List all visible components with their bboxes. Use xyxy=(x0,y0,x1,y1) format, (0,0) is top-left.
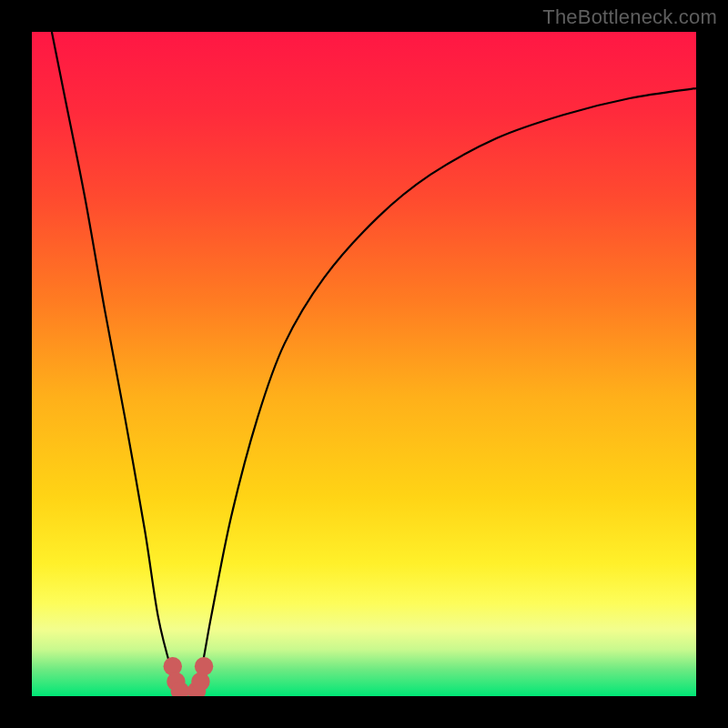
curve-marker xyxy=(164,657,182,675)
bottleneck-curve xyxy=(52,32,696,696)
curve-marker xyxy=(191,672,209,691)
chart-frame: TheBottleneck.com xyxy=(0,0,728,728)
bottom-markers xyxy=(164,657,214,696)
watermark-text: TheBottleneck.com xyxy=(542,5,717,29)
curve-layer xyxy=(32,32,696,696)
curve-marker xyxy=(195,657,213,675)
plot-area xyxy=(32,32,696,696)
